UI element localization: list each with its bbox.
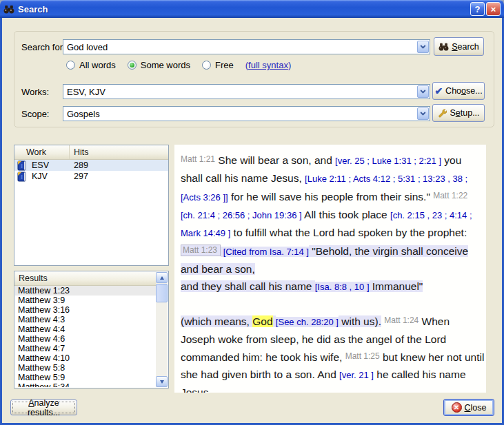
scope-combobox[interactable]: Gospels [63,106,430,121]
hits-table-body: ESV289KJV297 [14,160,168,182]
verse-number-label: Matt 1:23 [181,245,221,256]
wrench-icon [437,108,447,118]
scope-dropdown-arrow[interactable] [417,107,429,120]
search-for-combobox[interactable]: God loved [63,39,430,54]
search-groupbox: Search for: God loved [14,31,494,127]
paragraph-gap [181,296,485,312]
scroll-down-button[interactable] [156,376,168,387]
result-item[interactable]: Matthew 3:16 [15,305,156,315]
verse-paragraph: and they shall call his name [Isa. 8:8 ,… [181,278,485,296]
column-header-work[interactable]: Work [14,145,70,159]
highlighted-verse-text: Immanuel" [370,280,423,292]
result-item[interactable]: Matthew 5:34 [15,382,156,387]
result-item[interactable]: Matthew 1:23 [15,286,156,296]
close-button[interactable]: ✕ Close [443,399,494,416]
verse-number-label: Matt 1:25 [345,351,380,361]
search-mode-radios: All wordsSome wordsFree (full syntax) [66,59,291,71]
radio-button-selected[interactable] [128,61,137,70]
choose-button-label: Choose... [445,86,483,96]
hits-table-header[interactable]: Work Hits [14,145,168,160]
arrow-up-icon [160,276,164,280]
search-for-value: God loved [67,42,108,52]
results-panel: Results Matthew 1:23Matthew 3:9Matthew 3… [14,271,169,388]
setup-button-label: Setup... [450,108,479,118]
result-item[interactable]: Matthew 4:10 [15,353,156,363]
hits-table-panel: Work Hits ESV289KJV297 [14,145,169,266]
search-button[interactable]: Search [434,37,484,56]
results-list: Matthew 1:23Matthew 3:9Matthew 3:16Matth… [15,286,156,387]
close-button-label: Close [465,403,487,413]
verse-paragraph: Matt 1:23 [Cited from Isa. 7:14 ] "Behol… [181,242,485,278]
setup-scope-button[interactable]: Setup... [432,104,485,122]
full-syntax-link[interactable]: full syntax [248,60,288,70]
scope-value: Gospels [67,109,100,119]
works-dropdown-arrow[interactable] [417,85,429,98]
cross-reference-link[interactable]: [ver. 25 ; Luke 1:31 ; 2:21 ] [335,156,441,166]
search-mode-option[interactable]: All words [66,60,116,70]
column-header-hits[interactable]: Hits [70,147,168,157]
window-title: Search [18,4,48,14]
verse-number-label: Matt 1:22 [433,191,467,200]
verse-paragraph: (which means, God [See ch. 28:20 ] with … [181,312,485,393]
work-name: KJV [32,172,48,181]
checkmark-icon: ✔ [434,86,443,96]
result-item[interactable]: Matthew 5:8 [15,363,156,373]
radio-label: Some words [141,60,190,70]
scope-label: Scope: [21,109,49,119]
choose-works-button[interactable]: ✔ Choose... [432,82,485,100]
cross-reference-link[interactable]: [Isa. 8:8 , 10 ] [315,282,370,292]
radio-button[interactable] [66,61,75,70]
work-name: ESV [32,160,49,170]
works-combobox[interactable]: ESV, KJV [63,84,430,99]
result-item[interactable]: Matthew 5:9 [15,373,156,382]
verse-text: for he will save his people from their s… [228,191,434,203]
hits-table-row[interactable]: KJV297 [14,171,168,182]
paren-close: ) [288,60,291,70]
hits-table-row[interactable]: ESV289 [14,160,168,171]
verse-number-label: Matt 1:24 [384,315,419,325]
radio-label: Free [215,60,234,70]
dialog-body: Search for: God loved [0,18,504,425]
scrollbar-thumb[interactable] [156,284,168,302]
cross-reference-link[interactable]: [See ch. 28:20 ] [276,317,339,327]
highlighted-verse-text: (which means, [181,315,252,327]
result-item[interactable]: Matthew 4:7 [15,344,156,353]
titlebar[interactable]: Search ? × [0,0,504,18]
result-item[interactable]: Matthew 4:6 [15,334,156,344]
radio-button[interactable] [202,61,211,70]
result-item[interactable]: Matthew 4:3 [15,315,156,324]
bible-book-icon [17,172,27,182]
results-header: Results [14,271,157,286]
highlighted-verse-text: and they shall call his name [181,280,315,292]
analyze-results-button[interactable]: Analyze results... [10,400,77,415]
search-mode-option[interactable]: Free [202,60,234,70]
verse-preview-pane: Matt 1:21 She will bear a son, and [ver.… [174,145,486,393]
results-scrollbar[interactable] [156,272,168,387]
search-button-label: Search [452,42,479,52]
arrow-down-icon [160,380,164,384]
binoculars-icon [439,42,449,52]
radio-label: All words [79,60,116,70]
help-button[interactable]: ? [470,2,485,16]
cross-reference-link[interactable]: [Cited from Isa. 7:14 ] [221,247,309,257]
hits-count: 289 [70,160,88,170]
verse-text: All this took place [302,209,390,220]
search-mode-option[interactable]: Some words [128,60,190,70]
binoculars-icon [3,4,14,14]
verse-number-label: Matt 1:21 [181,154,215,164]
window-close-button[interactable]: × [486,2,501,16]
scroll-up-button[interactable] [156,272,168,283]
verse-text: She will bear a son, and [215,154,335,166]
cross-reference-link[interactable]: [ver. 21 ] [339,370,374,380]
works-value: ESV, KJV [67,87,105,97]
result-item[interactable]: Matthew 4:4 [15,324,156,334]
highlighted-verse-text: with us). [339,315,381,327]
result-item[interactable]: Matthew 3:9 [15,296,156,305]
search-for-dropdown-arrow[interactable] [417,41,429,53]
close-circle-icon: ✕ [452,402,462,413]
cross-reference-link[interactable]: [ch. 21:4 ; 26:56 ; John 19:36 ] [181,210,302,220]
full-syntax-link-wrap: (full syntax) [245,60,292,70]
verse-text: to fulfill what the Lord had spoken by t… [230,227,467,238]
works-label: Works: [21,87,49,97]
search-hit-term: God [252,315,272,327]
